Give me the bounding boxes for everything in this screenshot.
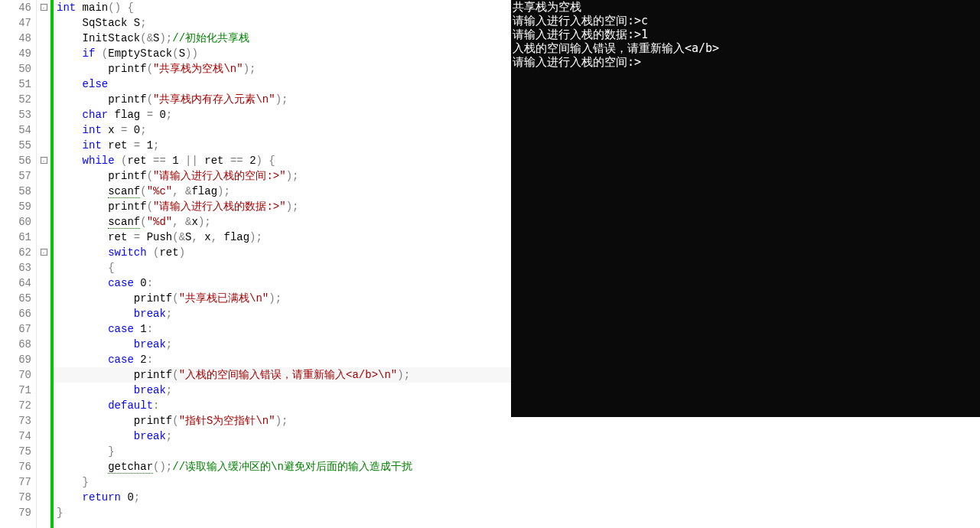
code-editor-pane[interactable]: 4647484950515253545556575859606162636465… xyxy=(0,0,511,528)
line-number: 63 xyxy=(0,260,31,275)
code-line[interactable]: ret = Push(&S, x, flag); xyxy=(57,230,511,245)
code-line[interactable]: default: xyxy=(57,398,511,413)
line-number: 47 xyxy=(0,15,31,31)
line-number: 65 xyxy=(0,291,31,306)
code-line[interactable]: case 2: xyxy=(57,352,511,367)
line-number: 57 xyxy=(0,168,31,184)
code-line[interactable]: printf("请输入进行入栈的空间:>"); xyxy=(57,168,511,184)
line-number: 62 xyxy=(0,245,31,260)
code-line[interactable]: switch (ret) xyxy=(57,245,511,260)
fold-toggle-icon[interactable]: - xyxy=(41,157,47,164)
line-number: 52 xyxy=(0,92,31,107)
line-number: 66 xyxy=(0,306,31,321)
line-number: 77 xyxy=(0,474,31,490)
line-number-gutter: 4647484950515253545556575859606162636465… xyxy=(0,0,37,528)
code-line[interactable]: int ret = 1; xyxy=(57,138,511,153)
code-line[interactable]: int x = 0; xyxy=(57,122,511,138)
line-number: 64 xyxy=(0,275,31,291)
code-line[interactable]: if (EmptyStack(S)) xyxy=(57,46,511,61)
line-number: 58 xyxy=(0,184,31,199)
line-number: 76 xyxy=(0,459,31,474)
console-line: 请输入进行入栈的空间:> xyxy=(513,55,978,69)
line-number: 75 xyxy=(0,444,31,459)
code-area[interactable]: int main() { SqStack S; InitStack(&S);//… xyxy=(54,0,511,528)
code-line[interactable]: } xyxy=(57,444,511,459)
line-number: 72 xyxy=(0,398,31,413)
line-number: 68 xyxy=(0,337,31,352)
code-line[interactable]: break; xyxy=(57,337,511,352)
line-number: 70 xyxy=(0,367,31,383)
fold-column[interactable]: --- xyxy=(37,0,50,528)
line-number: 54 xyxy=(0,122,31,138)
code-line[interactable]: { xyxy=(57,260,511,275)
code-line[interactable]: getchar();//读取输入缓冲区的\n避免对后面的输入造成干扰 xyxy=(57,459,511,474)
line-number: 74 xyxy=(0,429,31,444)
line-number: 78 xyxy=(0,490,31,505)
line-number: 55 xyxy=(0,138,31,153)
code-line[interactable]: case 1: xyxy=(57,321,511,337)
line-number: 69 xyxy=(0,352,31,367)
line-number: 73 xyxy=(0,413,31,429)
code-line[interactable]: printf("指针S为空指针\n"); xyxy=(57,413,511,429)
console-line: 入栈的空间输入错误，请重新输入<a/b> xyxy=(513,41,978,55)
console-line: 请输入进行入栈的空间:>c xyxy=(513,14,978,28)
line-number: 50 xyxy=(0,61,31,77)
code-line[interactable]: } xyxy=(57,505,511,520)
code-line[interactable]: return 0; xyxy=(57,490,511,505)
line-number: 51 xyxy=(0,77,31,92)
code-line[interactable]: } xyxy=(57,474,511,490)
line-number: 49 xyxy=(0,46,31,61)
line-number: 53 xyxy=(0,107,31,122)
code-line[interactable]: break; xyxy=(57,306,511,321)
line-number: 60 xyxy=(0,214,31,230)
line-number: 46 xyxy=(0,0,31,15)
code-line[interactable]: scanf("%d", &x); xyxy=(57,214,511,230)
fold-toggle-icon[interactable]: - xyxy=(41,249,47,256)
code-line[interactable]: printf("共享栈为空栈\n"); xyxy=(57,61,511,77)
code-line[interactable]: break; xyxy=(57,429,511,444)
code-line[interactable]: printf("请输入进行入栈的数据:>"); xyxy=(57,199,511,214)
line-number: 67 xyxy=(0,321,31,337)
fold-toggle-icon[interactable]: - xyxy=(41,4,47,11)
code-line[interactable]: int main() { xyxy=(57,0,511,15)
code-line[interactable]: else xyxy=(57,77,511,92)
line-number: 61 xyxy=(0,230,31,245)
line-number: 48 xyxy=(0,31,31,46)
line-number: 59 xyxy=(0,199,31,214)
console-line: 请输入进行入栈的数据:>1 xyxy=(513,28,978,41)
code-line[interactable]: break; xyxy=(57,383,511,398)
code-line[interactable]: while (ret == 1 || ret == 2) { xyxy=(57,153,511,168)
code-line[interactable]: printf("入栈的空间输入错误，请重新输入<a/b>\n"); xyxy=(54,367,511,383)
code-line[interactable]: scanf("%c", &flag); xyxy=(57,184,511,199)
code-line[interactable]: char flag = 0; xyxy=(57,107,511,122)
console-output[interactable]: 共享栈为空栈请输入进行入栈的空间:>c请输入进行入栈的数据:>1入栈的空间输入错… xyxy=(511,0,980,417)
console-line: 共享栈为空栈 xyxy=(513,0,978,14)
code-line[interactable]: InitStack(&S);//初始化共享栈 xyxy=(57,31,511,46)
line-number: 56 xyxy=(0,153,31,168)
code-line[interactable]: printf("共享栈已满栈\n"); xyxy=(57,291,511,306)
line-number: 79 xyxy=(0,505,31,520)
line-number: 71 xyxy=(0,383,31,398)
code-line[interactable]: SqStack S; xyxy=(57,15,511,31)
code-line[interactable]: printf("共享栈内有存入元素\n"); xyxy=(57,92,511,107)
code-line[interactable]: case 0: xyxy=(57,275,511,291)
